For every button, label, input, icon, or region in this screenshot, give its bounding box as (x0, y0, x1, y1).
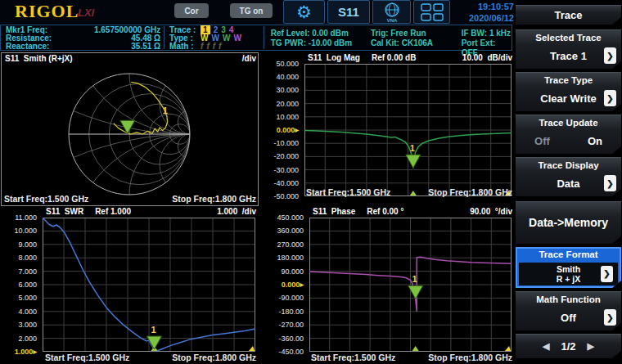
swr-title: S11 SWR (46, 207, 83, 217)
info-bar: Mkr1 Freq:1.657500000 GHz Resistance:45.… (0, 25, 512, 51)
cal-kit: Cal Kit: CK106A (371, 38, 455, 48)
svg-text:1: 1 (151, 325, 156, 335)
tg-pwr: TG PWR: -10.00 dBm (271, 38, 364, 48)
trace-update-on[interactable]: On (588, 135, 602, 147)
ref-level: Ref Level: 0.00 dBm (271, 29, 364, 38)
softkey-data-to-memory[interactable]: Data->Memory (516, 201, 621, 244)
chevron-right-icon: ❯ (604, 175, 616, 191)
settings-button[interactable]: ⚙ (283, 0, 325, 24)
system-status: Ref Level: 0.00 dBm TG PWR: -10.00 dBm T… (264, 25, 512, 50)
page-indicator: 1/2 (561, 340, 575, 353)
vna-screen: RIGOL LXI Cor TG on ⚙ S11 VNA 19:10:57 (0, 0, 622, 364)
swr-scale: 1.000 /div (217, 207, 256, 217)
softkey-trace-display[interactable]: Trace Display Data ❯ (516, 157, 621, 196)
trig-status: Trig: Free Run (371, 29, 455, 38)
top-bar: RIGOL LXI Cor TG on ⚙ S11 VNA 19:10:57 (0, 0, 514, 25)
rigol-logo: RIGOL (15, 1, 79, 22)
if-bw: IF BW: 1 kHz (462, 29, 512, 38)
svg-text:1: 1 (410, 143, 415, 153)
softkey-selected-trace[interactable]: Selected Trace Trace 1 ❯ (516, 29, 621, 69)
reactance-label: Reactance: (6, 43, 49, 51)
reactance-value: 35.51 Ω (131, 43, 160, 51)
chevron-right-icon: ❯ (604, 47, 616, 64)
softkey-page-nav[interactable]: ◀ 1/2 ▶ (516, 334, 621, 358)
vna-mode-button[interactable]: VNA (372, 0, 411, 24)
cor-button[interactable]: Cor (174, 3, 209, 18)
phase-ref: Ref 0.00 ° (367, 207, 403, 217)
smith-stop-freq: Stop Freq:1.800 GHz (172, 194, 256, 204)
gear-icon: ⚙ (296, 2, 312, 22)
smith-title: S11 Smith (R+jX) (5, 54, 73, 64)
math-row-label: Math : (169, 43, 199, 51)
page-prev-icon[interactable]: ◀ (543, 341, 549, 352)
swr-stop-freq: Stop Freq:1.800 GHz (172, 353, 256, 363)
four-windows-icon (421, 3, 444, 21)
logmag-scale: 10.00 dB/div (462, 53, 512, 63)
smith-chart-plot[interactable]: 1 (2, 64, 258, 204)
tg-on-button[interactable]: TG on (230, 3, 273, 18)
time-text: 19:10:57 (452, 1, 514, 12)
softkey-trace-format[interactable]: Trace Format Smith R + jX ❯ (516, 247, 621, 288)
globe-icon: VNA (380, 2, 404, 23)
softkey-math-function[interactable]: Math Function Off ❯ (516, 291, 621, 330)
trace-status: Trace :1234 Type :WWWW Math :ffff (165, 25, 264, 50)
chevron-right-icon: ❯ (601, 266, 613, 282)
logmag-ref: Ref 0.00 dB (372, 53, 416, 63)
phase-plot[interactable]: 1 (309, 218, 512, 352)
page-next-icon[interactable]: ▶ (588, 341, 594, 352)
phase-chart-panel: S11 Phase Ref 0.00 ° 90.00 °/div 450.000… (259, 206, 514, 364)
smith-start-freq: Start Freq:1.500 GHz (4, 194, 88, 204)
smith-chart-panel: S11 Smith (R+jX) /div 1 Start Freq:1.500… (1, 52, 259, 206)
phase-title: S11 Phase (313, 207, 355, 217)
svg-text:VNA: VNA (386, 18, 397, 23)
phase-scale: 90.00 °/div (470, 207, 512, 217)
s11-measure-button[interactable]: S11 (327, 0, 370, 24)
logmag-start-freq: Start Freq:1.500 GHz (306, 187, 390, 198)
lxi-logo: LXI (78, 7, 94, 19)
softkey-trace-type[interactable]: Trace Type Clear Write ❯ (516, 72, 621, 111)
swr-chart-panel: S11 SWR Ref 1.000 1.000 /div 11.00010.00… (0, 206, 258, 364)
svg-text:1: 1 (412, 274, 417, 284)
trace-math: ffff (199, 43, 223, 51)
date-text: 2020/06/12 (452, 12, 514, 24)
marker-readout: Mkr1 Freq:1.657500000 GHz Resistance:45.… (1, 25, 164, 50)
logmag-chart-panel: S11 Log Mag Ref 0.00 dB 10.00 dB/div 50.… (259, 52, 514, 205)
logmag-stop-freq: Stop Freq:1.800 GHz (428, 187, 512, 198)
softkey-menu: Trace Selected Trace Trace 1 ❯ Trace Typ… (514, 0, 622, 364)
smith-scale: /div (242, 54, 256, 64)
phase-stop-freq: Stop Freq:1.800 GHz (428, 353, 512, 363)
swr-ref: Ref 1.000 (95, 207, 131, 217)
softkey-trace-update[interactable]: Trace Update Off On (516, 115, 621, 154)
trace-update-off[interactable]: Off (534, 135, 550, 147)
menu-title: Trace (516, 5, 621, 25)
chevron-right-icon: ❯ (604, 309, 616, 326)
window-layout-button[interactable] (413, 0, 450, 24)
swr-start-freq: Start Freq:1.500 GHz (45, 353, 129, 363)
clock: 19:10:57 2020/06/12 (452, 1, 514, 24)
chevron-right-icon: ❯ (604, 90, 616, 106)
logmag-title: S11 Log Mag (308, 53, 360, 63)
logmag-plot[interactable]: 1 (304, 64, 512, 196)
svg-text:1: 1 (163, 106, 168, 115)
phase-start-freq: Start Freq:1.500 GHz (311, 353, 395, 363)
swr-plot[interactable]: 1 (43, 218, 255, 352)
